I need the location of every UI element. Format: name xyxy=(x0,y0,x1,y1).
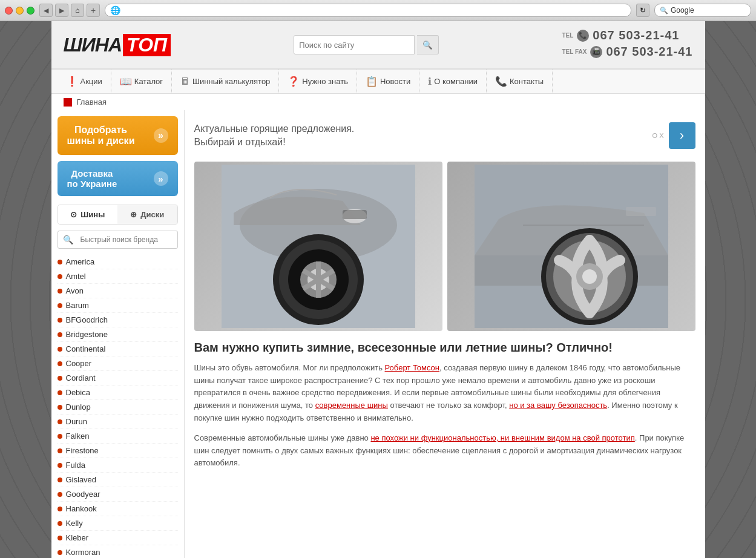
nav-item-contacts[interactable]: 📞 Контакты xyxy=(487,70,553,93)
brand-dot xyxy=(58,289,62,294)
minimize-button[interactable] xyxy=(16,7,24,15)
product-tabs: ⊙ Шины ⊕ Диски xyxy=(58,205,178,225)
knowledge-icon: ❓ xyxy=(288,76,300,87)
brand-list-item[interactable]: Goodyear xyxy=(58,487,178,502)
select-tires-text: Подобрать шины и диски xyxy=(67,125,135,146)
ad-text-line1: Актуальные горящие предложения. xyxy=(194,122,355,136)
ad-close-buttons: O X xyxy=(652,132,664,139)
brand-list-item[interactable]: Falken xyxy=(58,429,178,444)
home-button[interactable]: ⌂ xyxy=(71,4,84,17)
discs-tab-icon: ⊕ xyxy=(130,210,137,219)
phone-icon-2: 📠 xyxy=(590,46,602,58)
nav-about-label: О компании xyxy=(434,77,478,86)
globe-icon: 🌐 xyxy=(110,5,120,15)
brand-list-item[interactable]: Gislaved xyxy=(58,473,178,487)
brand-list-item[interactable]: Firestone xyxy=(58,444,178,458)
brand-list-item[interactable]: Cooper xyxy=(58,356,178,371)
article-link-4[interactable]: не похожи ни функциональностью, ни внешн… xyxy=(370,433,634,442)
ad-nav-button[interactable]: › xyxy=(669,122,695,149)
article-body-2: Современные автомобильные шины уже давно… xyxy=(194,432,695,470)
nav-item-calculator[interactable]: 🖩 Шинный калькулятор xyxy=(172,70,279,93)
brand-list-item[interactable]: Kleber xyxy=(58,531,178,545)
brand-list-item[interactable]: Kormoran xyxy=(58,545,178,558)
brand-dot xyxy=(58,478,62,482)
brand-label: Continental xyxy=(66,344,106,353)
tire-svg-right xyxy=(475,165,668,328)
logo-shina-text: ШИНА xyxy=(64,34,122,56)
brand-search-input[interactable] xyxy=(78,232,177,247)
search-button[interactable]: 🔍 xyxy=(417,35,439,54)
news-icon: 📋 xyxy=(366,76,378,87)
close-button[interactable] xyxy=(5,7,13,15)
brand-dot xyxy=(58,303,62,308)
search-input[interactable] xyxy=(294,35,415,54)
nav-knowledge-label: Нужно знать xyxy=(302,77,348,86)
article-body-1: Шины это обувь автомобиля. Мог ли предпо… xyxy=(194,362,695,425)
site-header: ШИНА ТОП 🔍 TEL 📞 067 503-21-41 TEL FAX 📠 xyxy=(51,21,705,70)
brand-list-item[interactable]: Amtel xyxy=(58,269,178,284)
nav-item-catalog[interactable]: 📖 Каталог xyxy=(111,70,172,93)
back-button[interactable]: ◀ xyxy=(39,4,53,17)
brand-label: Kormoran xyxy=(66,548,100,557)
brand-list-item[interactable]: Durun xyxy=(58,415,178,429)
product-images xyxy=(194,162,695,331)
breadcrumb: Главная xyxy=(51,94,705,110)
brand-list-item[interactable]: Cordiant xyxy=(58,371,178,386)
brand-list-item[interactable]: BFGoodrich xyxy=(58,313,178,327)
brand-dot xyxy=(58,448,62,453)
tab-discs[interactable]: ⊕ Диски xyxy=(117,205,177,224)
browser-buttons xyxy=(5,7,35,15)
article-link-1[interactable]: Роберт Томсон xyxy=(385,363,440,372)
nav-item-about[interactable]: ℹ О компании xyxy=(419,70,487,93)
brand-list-item[interactable]: Kelly xyxy=(58,516,178,531)
brand-list-item[interactable]: Fulda xyxy=(58,458,178,473)
svg-rect-19 xyxy=(626,207,656,216)
brand-list-item[interactable]: Bridgestone xyxy=(58,327,178,342)
brand-label: Goodyear xyxy=(66,490,100,499)
browser-chrome: ◀ ▶ ⌂ + 🌐 ↻ 🔍 Google xyxy=(0,0,756,21)
brand-dot xyxy=(58,536,62,540)
nav-item-news[interactable]: 📋 Новости xyxy=(357,70,419,93)
delivery-button[interactable]: Доставка по Украине » xyxy=(58,161,178,196)
nav-contacts-label: Контакты xyxy=(510,77,544,86)
logo[interactable]: ШИНА ТОП xyxy=(64,34,171,56)
breadcrumb-home[interactable]: Главная xyxy=(77,97,107,107)
article-link-3[interactable]: но и за вашу безопасность xyxy=(509,401,607,410)
search-icon: 🔍 xyxy=(422,41,433,50)
svg-point-17 xyxy=(582,269,597,284)
brand-list-item[interactable]: Hankook xyxy=(58,502,178,516)
main-content: Подобрать шины и диски » Доставка по Укр… xyxy=(51,110,705,558)
brand-list-item[interactable]: Dunlop xyxy=(58,400,178,415)
refresh-button[interactable]: ↻ xyxy=(636,4,649,17)
discs-tab-label: Диски xyxy=(140,210,164,219)
search-box: 🔍 xyxy=(294,35,439,54)
brand-search-box: 🔍 xyxy=(58,231,178,249)
brand-list-item[interactable]: Continental xyxy=(58,342,178,356)
article-link-2[interactable]: современные шины xyxy=(315,401,388,410)
maximize-button[interactable] xyxy=(27,7,35,15)
tab-tires[interactable]: ⊙ Шины xyxy=(58,205,118,224)
nav-calculator-label: Шинный калькулятор xyxy=(192,77,270,86)
browser-nav: ◀ ▶ ⌂ + xyxy=(39,4,100,17)
brand-list-item[interactable]: Avon xyxy=(58,284,178,298)
ad-close-o[interactable]: O xyxy=(652,132,658,139)
forward-button[interactable]: ▶ xyxy=(55,4,68,17)
brand-dot xyxy=(58,347,62,352)
select-tires-button[interactable]: Подобрать шины и диски » xyxy=(58,116,178,155)
brand-label: Bridgestone xyxy=(66,330,108,339)
ad-close-x[interactable]: X xyxy=(659,132,663,139)
phone-icon-1: 📞 xyxy=(577,30,589,42)
tires-tab-icon: ⊙ xyxy=(70,210,77,219)
nav-item-knownledge[interactable]: ❓ Нужно знать xyxy=(279,70,357,93)
brand-list-item[interactable]: America xyxy=(58,255,178,269)
tire-svg-left xyxy=(222,165,415,328)
brand-list-item[interactable]: Barum xyxy=(58,298,178,313)
address-bar[interactable]: 🌐 xyxy=(105,4,631,17)
new-tab-button[interactable]: + xyxy=(87,4,100,17)
about-icon: ℹ xyxy=(428,76,432,87)
brand-dot xyxy=(58,376,62,381)
nav-item-actions[interactable]: ❗ Акции xyxy=(58,70,111,93)
brand-label: Barum xyxy=(66,301,89,310)
browser-search-bar[interactable]: 🔍 Google xyxy=(654,4,751,17)
brand-list-item[interactable]: Debica xyxy=(58,386,178,400)
